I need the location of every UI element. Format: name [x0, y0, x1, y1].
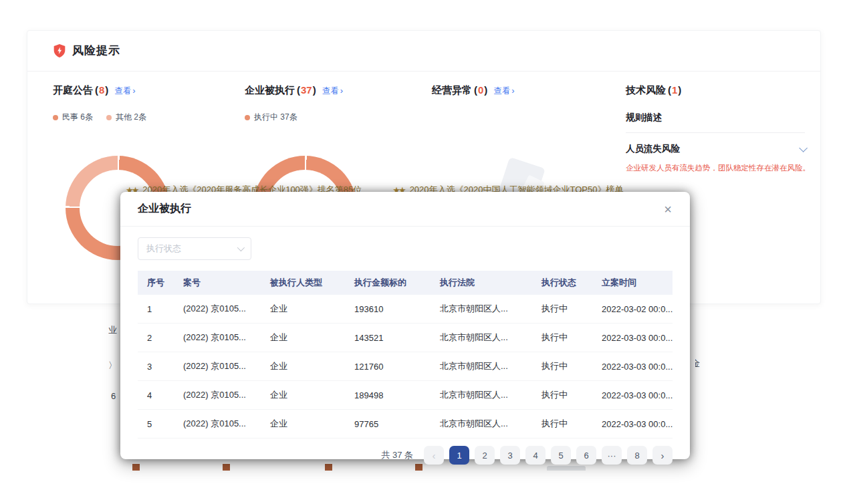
pagination-next-button[interactable]: ›: [652, 446, 673, 465]
pagination-page-button[interactable]: 6: [576, 446, 596, 465]
cell-amount: 121760: [349, 352, 435, 381]
cell-subject-type: 企业: [265, 295, 349, 324]
cell-status: 执行中: [536, 352, 596, 381]
column-header: 执行状态: [536, 271, 596, 295]
risk-item-description: 企业研发人员有流失趋势，团队稳定性存在潜在风险。: [626, 163, 812, 173]
table-row: 3 (2022) 京0105... 企业 121760 北京市朝阳区人... 执…: [138, 352, 673, 381]
cell-index: 4: [138, 381, 178, 410]
modal-enterprise-execution: 企业被执行 × 执行状态 序号 案号 被执行人类型 执行金额标的: [120, 192, 690, 459]
legend-dot: [245, 115, 250, 120]
section-operation-abnormal: 经营异常 ( 0 ) 查看›: [432, 84, 515, 97]
pagination-ellipsis[interactable]: ···: [602, 446, 622, 465]
cell-case-number: (2022) 京0105...: [178, 410, 265, 438]
view-arrow-icon: ›: [132, 86, 135, 96]
pagination-total: 共 37 条: [381, 449, 413, 461]
section-title: 开庭公告 ( 8 ) 查看›: [53, 84, 146, 97]
background-bar-fragment: [223, 464, 230, 471]
paren-open: (: [297, 84, 300, 96]
pagination-page-button[interactable]: 2: [475, 446, 495, 465]
header-divider: [27, 71, 820, 72]
paren-close: ): [484, 84, 487, 96]
cell-amount: 189498: [349, 381, 435, 410]
modal-header: 企业被执行 ×: [120, 192, 690, 227]
column-header: 执行金额标的: [349, 271, 435, 295]
table-row: 2 (2022) 京0105... 企业 143521 北京市朝阳区人... 执…: [138, 324, 673, 352]
cell-filing-time: 2022-03-03 00:0...: [596, 324, 673, 352]
risk-item-title: 人员流失风险: [626, 143, 680, 155]
cell-case-number: (2022) 京0105...: [178, 381, 265, 410]
background-bar-fragment: [415, 464, 422, 471]
cell-subject-type: 企业: [265, 410, 349, 438]
view-arrow-icon: ›: [511, 86, 514, 96]
modal-body: 执行状态 序号 案号 被执行人类型 执行金额标的 执行法院 执行状态: [120, 227, 690, 465]
view-link[interactable]: 查看›: [114, 86, 135, 97]
risk-panel-header: 风险提示: [53, 43, 120, 58]
paren-close: ): [313, 84, 316, 96]
clipped-text-fragment: 〉: [108, 360, 118, 372]
cell-court: 北京市朝阳区人...: [435, 295, 536, 324]
column-header: 执行法院: [435, 271, 536, 295]
legend-label: 民事 6条: [62, 112, 93, 123]
pagination-page-button[interactable]: 5: [551, 446, 571, 465]
paren-close: ): [678, 84, 681, 96]
paren-open: (: [474, 84, 477, 96]
background-pill-fragment: [547, 466, 586, 471]
chevron-right-icon: ›: [661, 451, 664, 461]
section-title: 企业被执行 ( 37 ) 查看›: [245, 84, 343, 97]
view-label: 查看: [493, 86, 510, 96]
table-row: 4 (2022) 京0105... 企业 189498 北京市朝阳区人... 执…: [138, 381, 673, 410]
pagination-page-button[interactable]: 4: [525, 446, 546, 465]
cell-subject-type: 企业: [265, 324, 349, 352]
cell-filing-time: 2022-03-03 00:0...: [596, 381, 673, 410]
cell-index: 2: [138, 324, 178, 352]
cell-filing-time: 2022-03-02 00:0...: [596, 295, 673, 324]
risk-shield-icon: [53, 43, 66, 58]
section-enterprise-execution: 企业被执行 ( 37 ) 查看› 执行中 37条: [245, 84, 343, 123]
cell-index: 5: [138, 410, 178, 438]
cell-index: 1: [138, 295, 178, 324]
section-count: 37: [301, 84, 312, 96]
cell-case-number: (2022) 京0105...: [178, 324, 265, 352]
view-link[interactable]: 查看›: [493, 86, 514, 97]
legend-item: 执行中 37条: [245, 112, 297, 123]
cell-status: 执行中: [536, 410, 596, 438]
pagination-page-button[interactable]: 3: [500, 446, 520, 465]
background-bar-fragment: [325, 464, 332, 471]
pagination-page-button[interactable]: 8: [627, 446, 647, 465]
cell-amount: 97765: [349, 410, 435, 438]
chevron-down-icon[interactable]: [799, 144, 808, 152]
column-header: 案号: [178, 271, 265, 295]
view-link[interactable]: 查看›: [322, 86, 343, 97]
cell-amount: 143521: [349, 324, 435, 352]
legend-label: 执行中 37条: [254, 112, 297, 123]
cell-court: 北京市朝阳区人...: [435, 324, 536, 352]
legend: 民事 6条 其他 2条: [53, 112, 146, 123]
chevron-down-icon: [237, 244, 245, 251]
column-header: 立案时间: [596, 271, 673, 295]
clipped-text-fragment: 业: [108, 324, 118, 336]
section-label: 企业被执行: [245, 84, 295, 97]
cell-status: 执行中: [536, 295, 596, 324]
cell-status: 执行中: [536, 324, 596, 352]
pagination-prev-button[interactable]: ‹: [424, 446, 444, 465]
section-label: 开庭公告: [53, 84, 93, 97]
execution-status-select[interactable]: 执行状态: [138, 237, 251, 260]
cell-filing-time: 2022-03-03 00:0...: [596, 410, 673, 438]
risk-item-collapse-row[interactable]: 人员流失风险: [626, 143, 805, 155]
section-court-announcement: 开庭公告 ( 8 ) 查看› 民事 6条 其他 2条: [53, 84, 146, 123]
table-header-row: 序号 案号 被执行人类型 执行金额标的 执行法院 执行状态 立案时间: [138, 271, 673, 295]
clipped-text-fragment: 金: [695, 358, 702, 369]
column-header: 被执行人类型: [265, 271, 349, 295]
paren-open: (: [95, 84, 98, 96]
pagination-page-button[interactable]: 1: [449, 446, 469, 465]
chevron-left-icon: ‹: [433, 451, 436, 461]
view-arrow-icon: ›: [340, 86, 343, 96]
cell-case-number: (2022) 京0105...: [178, 295, 265, 324]
cell-court: 北京市朝阳区人...: [435, 352, 536, 381]
pagination: 共 37 条 ‹ 1 2 3 4 5 6 ··· 8 ›: [138, 446, 673, 465]
cell-amount: 193610: [349, 295, 435, 324]
paren-open: (: [668, 84, 671, 96]
legend-label: 其他 2条: [116, 112, 146, 123]
close-icon[interactable]: ×: [659, 201, 677, 218]
panel-title: 风险提示: [72, 43, 120, 58]
